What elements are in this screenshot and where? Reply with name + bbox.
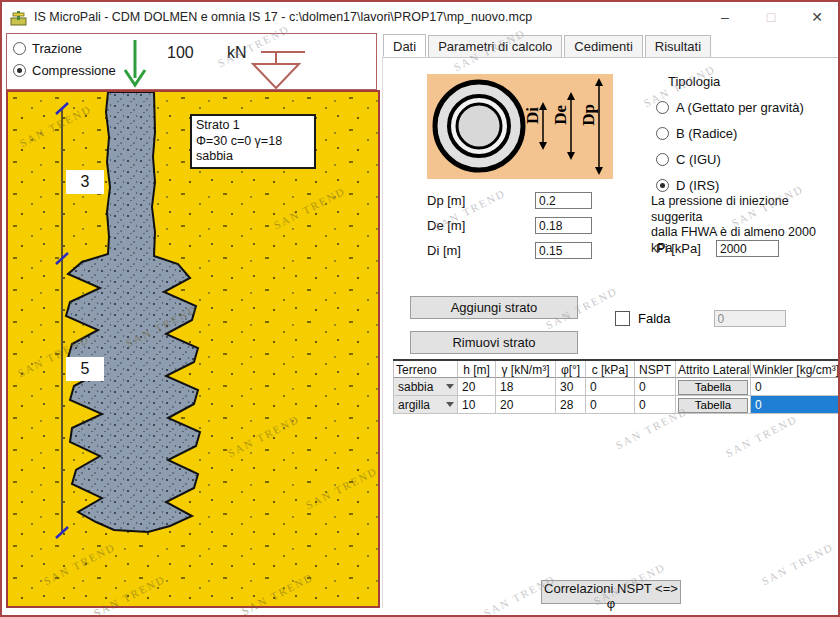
di-input[interactable]: [535, 242, 592, 259]
fhwa-note-line1: La pressione di iniezione suggerita: [651, 194, 836, 225]
aggiungi-strato-button[interactable]: Aggiungi strato: [410, 296, 578, 319]
depth-label-3: 3: [66, 170, 104, 194]
tab-cedimenti[interactable]: Cedimenti: [564, 35, 643, 58]
dati-tab-page: Di De Dp Tipologia A (Gettato per gravit…: [382, 57, 838, 608]
app-window: IS MicroPali - CDM DOLMEN e omnia IS 17 …: [0, 0, 840, 617]
correlazioni-nspt-button[interactable]: Correlazioni NSPT <=> φ: [541, 580, 681, 604]
pi-label: Pi [kPa]: [656, 241, 716, 256]
support-symbol-icon: [245, 48, 307, 90]
soil-table: Terreno h [m] γ [kN/m³] φ[°] c [kPa] NSP…: [393, 359, 839, 414]
col-gamma: γ [kN/m³]: [496, 361, 556, 378]
table-row: sabbia 20 18 30 0 0 Tabella 0: [393, 378, 839, 396]
section-diagram-svg: [427, 74, 613, 179]
chevron-down-icon[interactable]: [446, 384, 454, 389]
gamma-cell[interactable]: 18: [496, 378, 556, 396]
c-cell[interactable]: 0: [586, 396, 635, 414]
radio-tipo-b[interactable]: B (Radice): [656, 126, 737, 141]
load-arrow-icon: [115, 38, 155, 90]
field-dp: Dp [m]: [427, 192, 592, 209]
nspt-cell[interactable]: 0: [635, 396, 676, 414]
c-cell[interactable]: 0: [586, 378, 635, 396]
field-di: Di [m]: [427, 242, 592, 259]
strato-label-box: Strato 1 Φ=30 c=0 γ=18 sabbia: [190, 114, 316, 169]
col-terreno: Terreno: [393, 361, 458, 378]
strato-line2: Φ=30 c=0 γ=18: [196, 134, 310, 150]
tipologia-title: Tipologia: [668, 74, 720, 89]
pile-drawing-area: 3 5 Strato 1 Φ=30 c=0 γ=18 sabbia: [6, 90, 380, 608]
close-button[interactable]: ✕: [806, 9, 828, 25]
de-input[interactable]: [535, 217, 592, 234]
radio-compressione-circle[interactable]: [13, 64, 26, 77]
col-phi: φ[°]: [556, 361, 586, 378]
col-attrito: Attrito Laterale: [676, 361, 751, 378]
radio-trazione[interactable]: Trazione: [13, 41, 82, 56]
strato-line1: Strato 1: [196, 118, 310, 134]
phi-cell[interactable]: 30: [556, 378, 586, 396]
winkler-cell[interactable]: 0: [751, 378, 839, 396]
field-pi: Pi [kPa]: [656, 240, 779, 257]
gamma-cell[interactable]: 20: [496, 396, 556, 414]
radio-tipo-b-circle[interactable]: [656, 127, 669, 140]
radio-tipo-d[interactable]: D (IRS): [656, 178, 719, 193]
h-cell[interactable]: 20: [458, 378, 496, 396]
h-cell[interactable]: 10: [458, 396, 496, 414]
pile-drawing: [8, 92, 378, 606]
terreno-select[interactable]: sabbia: [393, 378, 458, 396]
radio-tipo-a-label: A (Gettato per gravità): [676, 100, 804, 115]
terreno-value: sabbia: [398, 379, 433, 395]
radio-tipo-a[interactable]: A (Gettato per gravità): [656, 100, 804, 115]
tab-parametri[interactable]: Parametri di calcolo: [428, 35, 562, 58]
app-icon[interactable]: [10, 9, 27, 26]
dp-input[interactable]: [535, 192, 592, 209]
tabella-button[interactable]: Tabella: [678, 398, 748, 413]
radio-tipo-b-label: B (Radice): [676, 126, 737, 141]
winkler-cell-selected[interactable]: 0: [751, 396, 839, 414]
col-nspt: NSPT: [635, 361, 676, 378]
di-label: Di [m]: [427, 243, 535, 258]
nspt-cell[interactable]: 0: [635, 378, 676, 396]
radio-trazione-label: Trazione: [32, 41, 82, 56]
window-title: IS MicroPali - CDM DOLMEN e omnia IS 17 …: [34, 10, 532, 24]
load-value[interactable]: 100: [167, 44, 194, 62]
terreno-select[interactable]: argilla: [393, 396, 458, 414]
attrito-cell: Tabella: [676, 396, 751, 414]
radio-tipo-c-circle[interactable]: [656, 153, 669, 166]
radio-tipo-d-label: D (IRS): [676, 178, 719, 193]
attrito-cell: Tabella: [676, 378, 751, 396]
col-c: c [kPa]: [586, 361, 635, 378]
chevron-down-icon[interactable]: [446, 402, 454, 407]
radio-trazione-circle[interactable]: [13, 42, 26, 55]
dp-label: Dp [m]: [427, 193, 535, 208]
radio-tipo-c-label: C (IGU): [676, 152, 721, 167]
col-h: h [m]: [458, 361, 496, 378]
de-label: De [m]: [427, 218, 535, 233]
radio-compressione-label: Compressione: [32, 63, 116, 78]
rimuovi-strato-button[interactable]: Rimuovi strato: [410, 331, 578, 354]
tabella-button[interactable]: Tabella: [678, 380, 748, 395]
label-di: Di: [523, 107, 543, 124]
radio-tipo-d-circle[interactable]: [656, 179, 669, 192]
radio-tipo-c[interactable]: C (IGU): [656, 152, 721, 167]
radio-compressione[interactable]: Compressione: [13, 63, 116, 78]
field-de: De [m]: [427, 217, 592, 234]
depth-label-5: 5: [66, 357, 104, 381]
falda-input[interactable]: [714, 310, 786, 327]
tab-risultati[interactable]: Risultati: [645, 35, 711, 58]
label-de: De: [551, 105, 571, 125]
load-unit: kN: [227, 44, 247, 62]
section-diagram: Di De Dp: [427, 74, 613, 179]
strato-line3: sabbia: [196, 149, 310, 165]
falda-row: Falda: [615, 310, 786, 327]
radio-tipo-a-circle[interactable]: [656, 101, 669, 114]
falda-checkbox[interactable]: [615, 311, 630, 326]
tab-dati[interactable]: Dati: [383, 34, 426, 57]
terreno-value: argilla: [398, 397, 430, 413]
col-winkler: Winkler [kg/cm³]: [751, 361, 839, 378]
minimize-button[interactable]: –: [714, 9, 736, 25]
phi-cell[interactable]: 28: [556, 396, 586, 414]
falda-label: Falda: [638, 311, 671, 326]
micropile-shape: [66, 92, 200, 532]
tab-strip: Dati Parametri di calcolo Cedimenti Risu…: [383, 35, 713, 58]
pi-input[interactable]: [716, 240, 779, 257]
maximize-button[interactable]: □: [760, 9, 782, 25]
